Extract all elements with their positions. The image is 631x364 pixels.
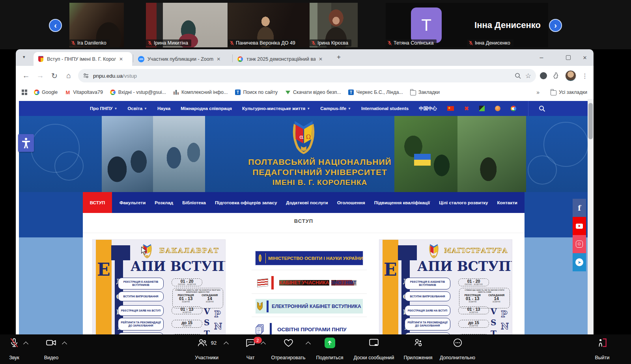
- bookmark-kompleksnyi[interactable]: Комплексний інфо...: [173, 90, 228, 95]
- url-text[interactable]: pnpu.edu.ua/vstup: [93, 73, 137, 79]
- tab-close-icon[interactable]: ✕: [217, 56, 220, 62]
- video-options-caret[interactable]: [62, 342, 67, 347]
- flag-china-icon[interactable]: ★: [447, 106, 454, 111]
- subnav-library[interactable]: Бібліотека: [181, 200, 207, 205]
- new-tab-button[interactable]: +: [337, 53, 341, 61]
- extensions-puzzle-icon[interactable]: [553, 72, 560, 79]
- nav-about[interactable]: Про ПНПУ▼: [90, 106, 117, 111]
- google-translate-icon[interactable]: [511, 106, 516, 111]
- tab-zoom[interactable]: zm Участник публикации - Zoom ✕: [134, 52, 231, 66]
- whiteboards-button[interactable]: Доски сообщений: [350, 337, 398, 361]
- subnav-sdg[interactable]: Цілі сталого розвитку: [437, 200, 489, 205]
- tab-tznk[interactable]: тзнк 2025 демонстраційний ва ✕: [233, 52, 330, 66]
- accessibility-button[interactable]: [18, 134, 34, 152]
- tab-strip: ▾ Вступ - ПНПУ імені В. Г. Корол ✕ zm Уч…: [16, 49, 594, 66]
- profile-avatar[interactable]: [565, 70, 576, 81]
- tab-search-chevron-icon[interactable]: ▾: [23, 54, 25, 60]
- apps-button[interactable]: Приложения: [399, 337, 437, 361]
- site-settings-icon[interactable]: [83, 73, 89, 79]
- more-button[interactable]: Дополнительно: [436, 337, 479, 361]
- close-window-button[interactable]: ✕: [579, 52, 591, 63]
- audio-options-caret[interactable]: [23, 342, 28, 347]
- maximize-button[interactable]: [562, 52, 574, 63]
- page-scrollbar[interactable]: [588, 99, 594, 340]
- apps-grid-icon[interactable]: [21, 90, 27, 95]
- participant-tile[interactable]: Ірина Кірєєва: [310, 3, 358, 47]
- forward-icon[interactable]: →: [33, 71, 47, 80]
- leave-button[interactable]: Выйти: [585, 337, 619, 361]
- nav-international-coop[interactable]: Міжнародна співпраця: [181, 106, 232, 111]
- site-search-icon[interactable]: [539, 105, 545, 112]
- nav-campus-life[interactable]: Campus-life▼: [320, 106, 351, 111]
- youtube-icon[interactable]: [573, 217, 586, 235]
- bookmark-cherkes[interactable]: TЧеркес Б.С., Лінда...: [348, 90, 403, 95]
- audio-button[interactable]: Звук: [0, 337, 28, 361]
- subnav-qualification[interactable]: Підвищення кваліфікації: [373, 200, 431, 205]
- participants-options-caret[interactable]: [224, 342, 229, 347]
- participants-button[interactable]: 92 Участники: [185, 337, 229, 361]
- orange-circle-icon[interactable]: [495, 106, 500, 111]
- nav-nauka[interactable]: Наука: [157, 106, 170, 111]
- subnav-vstup-active[interactable]: ВСТУП: [83, 192, 112, 213]
- previous-participants-arrow[interactable]: ‹: [49, 19, 62, 32]
- share-button[interactable]: Поделиться: [310, 337, 349, 361]
- chat-badge: 2: [254, 337, 262, 343]
- scrollbar-thumb[interactable]: [588, 103, 593, 139]
- nav-international-students[interactable]: International students: [361, 106, 409, 111]
- green-app-icon[interactable]: [479, 106, 485, 111]
- home-icon[interactable]: ⌂: [62, 71, 76, 80]
- chat-button[interactable]: Чат 2: [236, 337, 265, 361]
- participant-tile[interactable]: Інна Денисенко Інна Денисенко: [467, 3, 548, 47]
- subnav-contacts[interactable]: Контакти: [495, 200, 519, 205]
- participant-tile[interactable]: Паничева Вероніка ДО 49: [228, 3, 310, 47]
- browser-menu-icon[interactable]: ⋮: [582, 72, 588, 80]
- next-participants-arrow[interactable]: ›: [549, 19, 562, 32]
- mic-muted-icon: [9, 338, 19, 348]
- reload-icon[interactable]: ↻: [47, 71, 62, 80]
- link-applicant-cabinet[interactable]: ЕЛЕКТРОННИЙ КАБІНЕТ ВСТУПНИКА: [256, 299, 363, 314]
- tab-close-icon[interactable]: ✕: [319, 56, 323, 62]
- telegram-icon[interactable]: ➤: [573, 253, 586, 271]
- subnav-faculties[interactable]: Факультети: [118, 200, 147, 205]
- all-bookmarks-folder[interactable]: Усі закладки: [551, 90, 587, 95]
- bookmark-vstup-mail[interactable]: Вхідні - vstup@gsui...: [110, 90, 166, 95]
- link-zno-cabinet[interactable]: КАБІНЕТ УЧАСНИКА ЗНО / НМТ: [256, 275, 363, 290]
- back-icon[interactable]: ←: [19, 71, 33, 80]
- participant-tile[interactable]: T Тетяна Солінська: [386, 3, 467, 47]
- subnav-services[interactable]: Додаткові послуги: [284, 200, 329, 205]
- zoom-page-icon[interactable]: [515, 73, 521, 79]
- subnav-officers[interactable]: Підготовка офіцерів запасу: [213, 200, 278, 205]
- red-cross-icon[interactable]: ✖: [464, 105, 469, 112]
- minimize-button[interactable]: –: [536, 52, 547, 63]
- participant-tile[interactable]: Ira Danilenko: [69, 3, 124, 47]
- poster-orange-bar: [383, 240, 398, 340]
- address-bar[interactable]: pnpu.edu.ua/vstup ☆: [78, 69, 536, 82]
- facebook-icon[interactable]: f: [573, 199, 586, 217]
- tab-vstup[interactable]: Вступ - ПНПУ імені В. Г. Корол ✕: [34, 52, 132, 66]
- subnav-announcements[interactable]: Оголошення: [336, 200, 367, 205]
- bookmark-skachaty[interactable]: Скачати відео безп...: [285, 90, 341, 95]
- react-button[interactable]: Отреагировать: [267, 337, 309, 361]
- bookmark-google[interactable]: Google: [34, 90, 58, 95]
- nav-osvita[interactable]: Освіта▼: [127, 106, 147, 111]
- link-mon-ukraine[interactable]: МІНІСТЕРСТВО ОСВІТИ І НАУКИ УКРАЇНИ: [256, 251, 363, 265]
- bookmarks-overflow-icon[interactable]: »: [536, 89, 540, 95]
- page-title: ВСТУП: [83, 218, 525, 224]
- bookmark-poisk[interactable]: TПоиск по сайту: [235, 90, 278, 95]
- bookmark-vitapoltava[interactable]: MVitapoltava79: [65, 90, 103, 95]
- instagram-icon[interactable]: [573, 235, 586, 253]
- nav-china-center[interactable]: 中国中心: [419, 106, 437, 112]
- bookmark-star-icon[interactable]: ☆: [525, 72, 531, 80]
- nav-culture[interactable]: Культурно-мистецьке життя▼: [242, 106, 310, 111]
- poster-master[interactable]: Е МАГІСТРАТУРА АПИ ВСТУПУ ДОБІР РЕЄСТРАЦ…: [379, 240, 512, 340]
- tab-close-icon[interactable]: ✕: [119, 56, 123, 62]
- subnav-schedule[interactable]: Розклад: [153, 200, 175, 205]
- poster-step-label: ВСТУПНІ ВИПРОБУВАННЯ: [405, 291, 450, 301]
- chat-options-caret[interactable]: [261, 342, 266, 347]
- zoom-toolbar: Звук Видео 92: [0, 334, 631, 364]
- bookmark-folder-zakladky[interactable]: Закладки: [410, 90, 440, 95]
- extension-icon[interactable]: [540, 72, 547, 79]
- participant-tile[interactable]: Ірина Микитіна: [146, 3, 228, 47]
- poster-bachelor[interactable]: Е БАКАЛАВРАТ АПИ ВСТУПУ ДОБІР РЕЄСТРАЦІЯ…: [93, 240, 225, 340]
- video-button[interactable]: Видео: [36, 337, 66, 361]
